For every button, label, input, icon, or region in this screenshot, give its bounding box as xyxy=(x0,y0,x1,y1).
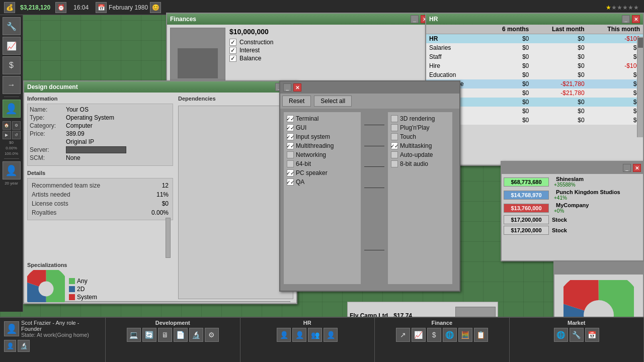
autoupdate-checkbox[interactable] xyxy=(391,151,398,158)
sidebar-label-percent: 0.00% xyxy=(6,146,17,150)
hr-titlebar[interactable]: HR _ ✕ xyxy=(426,14,643,25)
calendar-icon[interactable]: 📅 xyxy=(96,2,107,13)
small-icon-4[interactable]: ↺ xyxy=(12,131,21,139)
finance-icon-6[interactable]: 📋 xyxy=(474,328,488,342)
hr-icon-4[interactable]: 👤 xyxy=(324,328,338,342)
market-icon-2[interactable]: 🔧 xyxy=(570,328,584,342)
terminal-checkbox[interactable]: ✓ xyxy=(287,115,294,122)
touch-checkbox[interactable] xyxy=(391,133,398,140)
small-icon-1[interactable]: 🏠 xyxy=(3,121,11,130)
details-scrollbar[interactable] xyxy=(166,218,171,258)
feature-multitasking[interactable]: ✓ Multitasking xyxy=(391,142,449,149)
feature-8bit-audio[interactable]: 8-bit audio xyxy=(391,160,449,167)
clock-icon: ⏰ xyxy=(55,2,66,13)
feature-auto-update[interactable]: Auto-update xyxy=(391,151,449,158)
dev-icon-5[interactable]: 🔬 xyxy=(189,328,203,342)
detail-row-team: Recommended team size 12 xyxy=(31,182,170,190)
sidebar-icon-wrench[interactable]: 🔧 xyxy=(3,17,21,35)
flask-icon[interactable]: 🔬 xyxy=(18,340,30,352)
gui-checkbox[interactable]: ✓ xyxy=(287,124,294,131)
select-all-button[interactable]: Select all xyxy=(314,96,352,107)
feature-64bit[interactable]: 64-bit xyxy=(287,160,358,167)
feature-titlebar[interactable]: _ ✕ xyxy=(280,81,459,94)
networking-checkbox[interactable] xyxy=(287,151,294,158)
qa-checkbox[interactable]: ✓ xyxy=(287,178,294,186)
dev-icon-1[interactable]: 💻 xyxy=(127,328,141,342)
feature-networking[interactable]: Networking xyxy=(287,151,358,158)
tab-development[interactable]: Development 💻 🔄 🖥 📄 🔬 ⚙ xyxy=(106,318,240,362)
finance-check-construction[interactable]: ✓ Construction xyxy=(229,39,429,46)
feature-3d-rendering[interactable]: 3D rendering xyxy=(391,115,449,122)
feature-gui[interactable]: ✓ GUI xyxy=(287,124,358,131)
finance-check-balance[interactable]: ✓ Balance xyxy=(229,55,429,62)
small-icon-3[interactable]: ▶ xyxy=(3,131,11,139)
person-small-icon[interactable]: 👤 xyxy=(4,340,16,352)
sidebar-icon-person-active[interactable]: 👤 xyxy=(3,100,21,118)
hr-icon-2[interactable]: 👤 xyxy=(292,328,306,342)
dev-icon-3[interactable]: 🖥 xyxy=(158,328,172,342)
finance-icon-3[interactable]: $ xyxy=(427,328,441,342)
plugnplay-checkbox[interactable] xyxy=(391,124,398,131)
balance-checkbox[interactable]: ✓ xyxy=(229,55,236,62)
feature-touch[interactable]: Touch xyxy=(391,133,449,140)
hr-name-hire: Hire xyxy=(426,61,485,70)
small-icon-2[interactable]: ⚙ xyxy=(12,121,21,130)
dev-icon-4[interactable]: 📄 xyxy=(174,328,188,342)
feature-plugnplay[interactable]: Plug'n'Play xyxy=(391,124,449,131)
hr-title: HR xyxy=(429,16,438,23)
finance-icon-1[interactable]: ↗ xyxy=(396,328,410,342)
dev-icon-6[interactable]: ⚙ xyxy=(205,328,219,342)
finance-icon-2[interactable]: 📈 xyxy=(412,328,426,342)
tab-finance[interactable]: Finance ↗ 📈 $ 🌐 🧮 📋 xyxy=(375,318,510,362)
design-doc-window: Design document _ ✕ Information Name: Yo… xyxy=(23,80,297,304)
8bit-checkbox[interactable] xyxy=(391,160,398,167)
finances-min-btn[interactable]: _ xyxy=(411,15,419,23)
3d-checkbox[interactable] xyxy=(391,115,398,122)
input-checkbox[interactable]: ✓ xyxy=(287,133,294,140)
connector-1 xyxy=(364,125,384,125)
market-icon-1[interactable]: 🌐 xyxy=(554,328,568,342)
pcspeaker-checkbox[interactable]: ✓ xyxy=(287,169,294,176)
hr-icon-1[interactable]: 👤 xyxy=(277,328,291,342)
feature-pc-speaker[interactable]: ✓ PC speaker xyxy=(287,169,358,176)
stock-amount-3: $13,760,000 xyxy=(504,204,549,213)
interest-checkbox[interactable]: ✓ xyxy=(229,47,236,54)
sidebar-icon-dollar[interactable]: $ xyxy=(3,56,21,74)
tab-hr[interactable]: HR 👤 👤 👥 👤 xyxy=(240,318,375,362)
finance-check-interest[interactable]: ✓ Interest xyxy=(229,47,429,54)
sidebar-icon-arrow[interactable]: → xyxy=(3,76,21,94)
hr-close-btn[interactable]: ✕ xyxy=(632,15,640,23)
feature-min-btn[interactable]: _ xyxy=(283,83,291,92)
tab-market[interactable]: Market 🌐 🔧 📅 xyxy=(510,318,645,362)
development-icons: 💻 🔄 🖥 📄 🔬 ⚙ xyxy=(125,328,221,342)
stock-min-btn[interactable]: _ xyxy=(623,164,631,172)
feature-input-system[interactable]: ✓ Input system xyxy=(287,133,358,140)
dev-icon-2[interactable]: 🔄 xyxy=(142,328,156,342)
autoupdate-label: Auto-update xyxy=(400,151,433,158)
finances-titlebar[interactable]: Finances _ ✕ xyxy=(167,14,432,25)
hr-icon-3[interactable]: 👥 xyxy=(308,328,322,342)
feature-multithreading[interactable]: ✓ Multithreading xyxy=(287,142,358,149)
stock-close-btn[interactable]: ✕ xyxy=(633,164,641,172)
finance-icon-5[interactable]: 🧮 xyxy=(458,328,472,342)
feature-terminal[interactable]: ✓ Terminal xyxy=(287,115,358,122)
multitasking-checkbox[interactable]: ✓ xyxy=(391,142,398,149)
bottom-bar: 👤 Scot Frazier - Any role - Founder Stat… xyxy=(0,317,644,362)
finance-icons: ↗ 📈 $ 🌐 🧮 📋 xyxy=(394,328,490,342)
64bit-checkbox[interactable] xyxy=(287,160,294,167)
feature-close-btn[interactable]: ✕ xyxy=(293,83,301,92)
construction-checkbox[interactable]: ✓ xyxy=(229,39,236,46)
reset-button[interactable]: Reset xyxy=(282,96,311,107)
market-icon-3[interactable]: 📅 xyxy=(585,328,599,342)
finance-icon-4[interactable]: 🌐 xyxy=(443,328,457,342)
hr-min-btn[interactable]: _ xyxy=(622,15,630,23)
design-doc-titlebar[interactable]: Design document _ ✕ xyxy=(24,81,296,93)
hr-name-salaries: Salaries xyxy=(426,43,485,52)
multithreading-checkbox[interactable]: ✓ xyxy=(287,142,294,149)
face-icon: 😊 xyxy=(150,2,161,13)
sidebar-icon-chart[interactable]: 📈 xyxy=(3,37,21,55)
feature-qa[interactable]: ✓ QA xyxy=(287,178,358,186)
hr-scrollbar[interactable] xyxy=(637,37,643,137)
sidebar-icon-person2[interactable]: 👤 xyxy=(3,161,21,179)
stock-titlebar[interactable]: _ ✕ xyxy=(502,162,643,174)
